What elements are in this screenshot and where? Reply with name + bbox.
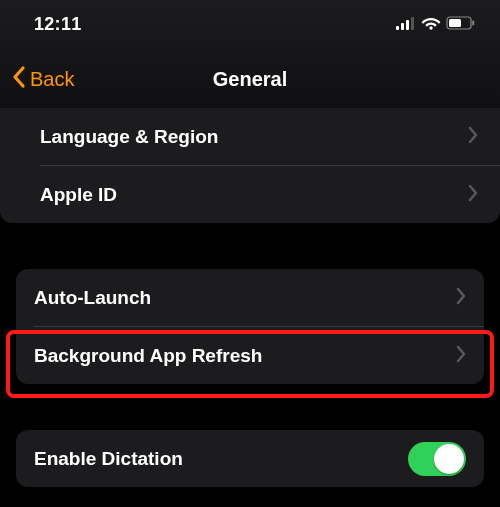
row-enable-dictation[interactable]: Enable Dictation	[16, 430, 484, 487]
page-title: General	[213, 68, 287, 91]
cellular-signal-icon	[396, 16, 416, 34]
row-label: Apple ID	[40, 184, 117, 206]
svg-rect-6	[449, 19, 461, 27]
row-label: Auto-Launch	[34, 287, 151, 309]
svg-rect-3	[411, 17, 414, 30]
wifi-icon	[421, 16, 441, 34]
status-icons	[396, 14, 476, 34]
chevron-right-icon	[456, 287, 466, 309]
chevron-right-icon	[456, 345, 466, 367]
chevron-right-icon	[468, 184, 478, 206]
settings-group-1: Language & Region Apple ID	[0, 108, 500, 223]
row-label: Enable Dictation	[34, 448, 183, 470]
settings-group-2: Auto-Launch Background App Refresh	[16, 269, 484, 384]
toggle-enable-dictation[interactable]	[408, 442, 466, 476]
row-label: Language & Region	[40, 126, 218, 148]
toggle-knob	[434, 444, 464, 474]
row-background-app-refresh[interactable]: Background App Refresh	[16, 327, 484, 384]
svg-rect-0	[396, 26, 399, 30]
svg-rect-7	[472, 21, 474, 26]
chevron-left-icon	[10, 65, 28, 94]
settings-group-3: Enable Dictation	[16, 430, 484, 487]
row-language-region[interactable]: Language & Region	[0, 108, 500, 165]
svg-rect-1	[401, 23, 404, 30]
row-auto-launch[interactable]: Auto-Launch	[16, 269, 484, 326]
row-label: Background App Refresh	[34, 345, 262, 367]
status-time: 12:11	[34, 14, 82, 35]
group-spacer	[0, 223, 500, 269]
settings-content: Language & Region Apple ID Auto-Launch B…	[0, 108, 500, 487]
row-apple-id[interactable]: Apple ID	[0, 166, 500, 223]
svg-rect-2	[406, 20, 409, 30]
back-button[interactable]: Back	[10, 64, 74, 94]
status-bar: 12:11	[0, 0, 500, 50]
chevron-right-icon	[468, 126, 478, 148]
group-spacer	[0, 384, 500, 430]
svg-point-4	[429, 26, 432, 29]
back-label: Back	[30, 68, 74, 91]
nav-bar: Back General	[0, 50, 500, 108]
battery-icon	[446, 16, 476, 34]
